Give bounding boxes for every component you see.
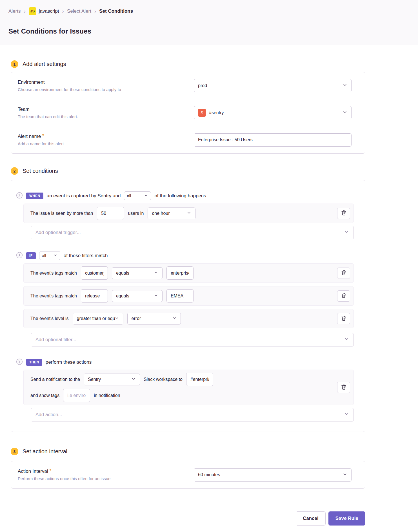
chevron-down-icon xyxy=(187,211,191,216)
tag-key-input[interactable] xyxy=(81,266,108,280)
chevron-down-icon xyxy=(144,193,148,198)
form-footer: Cancel Save Rule xyxy=(11,505,365,532)
operator-select[interactable]: equals xyxy=(112,290,163,302)
add-action-placeholder: Add action... xyxy=(35,412,62,418)
action-text: Send a notification to the xyxy=(30,377,80,382)
team-select-value: #sentry xyxy=(209,110,343,115)
delete-action-button[interactable] xyxy=(337,382,350,393)
alert-name-input[interactable] xyxy=(194,133,352,147)
user-count-input[interactable] xyxy=(97,207,124,220)
add-filter-dropdown[interactable]: Add optional filter... xyxy=(31,333,354,346)
add-trigger-dropdown[interactable]: Add optional trigger... xyxy=(31,226,354,239)
action-interval-card: Action Interval Perform these actions on… xyxy=(11,461,365,489)
chevron-down-icon xyxy=(154,293,158,299)
section-title: Set action interval xyxy=(23,448,67,455)
trash-icon xyxy=(341,270,346,276)
action-interval-description: Perform these actions once this often fo… xyxy=(18,476,110,481)
action-interval-select[interactable]: 60 minutes xyxy=(194,468,352,482)
filter-row: The event's tags match equals xyxy=(23,286,354,306)
environment-select-value: prod xyxy=(198,83,343,88)
tag-value-input[interactable] xyxy=(166,266,194,280)
page-title: Set Conditions for Issues xyxy=(8,27,410,35)
if-badge: IF xyxy=(26,252,36,259)
team-avatar: S xyxy=(198,109,206,117)
add-filter-placeholder: Add optional filter... xyxy=(35,337,76,343)
breadcrumb-alerts[interactable]: Alerts xyxy=(8,8,21,14)
show-tags-input[interactable] xyxy=(63,389,90,402)
breadcrumb-separator-icon: › xyxy=(94,8,96,14)
environment-description: Choose an environment for these conditio… xyxy=(18,87,121,92)
team-row: Team The team that can edit this alert. … xyxy=(11,99,365,126)
then-header: THEN perform these actions xyxy=(16,358,354,366)
collapse-chevron-icon[interactable] xyxy=(16,252,23,260)
breadcrumb-select-alert[interactable]: Select Alert xyxy=(67,8,91,14)
tag-key-input[interactable] xyxy=(81,289,108,303)
environment-select[interactable]: prod xyxy=(194,79,352,92)
if-header: IF all of these filters match xyxy=(16,251,354,260)
team-select[interactable]: S #sentry xyxy=(194,106,352,119)
collapse-chevron-icon[interactable] xyxy=(16,358,23,366)
team-description: The team that can edit this alert. xyxy=(18,114,78,119)
filter-label: The event's level is xyxy=(30,316,69,321)
chevron-down-icon xyxy=(343,83,347,89)
trash-icon xyxy=(341,385,346,390)
then-badge: THEN xyxy=(26,359,42,366)
rule-connector-line xyxy=(30,204,30,364)
required-indicator xyxy=(42,134,44,136)
delete-filter-button[interactable] xyxy=(337,313,350,324)
alert-name-label: Alert name xyxy=(18,134,64,139)
step-number-badge: 2 xyxy=(11,167,18,175)
when-text-before: an event is captured by Sentry and xyxy=(47,193,121,199)
when-condition-row: The issue is seen by more than users in … xyxy=(23,204,354,223)
chevron-down-icon xyxy=(115,316,119,321)
collapse-chevron-icon[interactable] xyxy=(16,192,23,200)
section-heading-alert-settings: 1 Add alert settings xyxy=(11,60,365,68)
level-operator-select[interactable]: greater than or equ xyxy=(73,313,123,325)
chevron-down-icon xyxy=(154,270,158,276)
if-match-select[interactable]: all xyxy=(39,251,60,260)
alert-name-row: Alert name Add a name for this alert xyxy=(11,126,365,153)
then-text-after: perform these actions xyxy=(46,359,92,365)
chevron-down-icon xyxy=(343,472,347,478)
tag-value-input[interactable] xyxy=(166,289,194,303)
required-indicator xyxy=(50,469,51,471)
delete-filter-button[interactable] xyxy=(337,290,350,302)
when-match-select[interactable]: all xyxy=(124,191,151,200)
filter-row: The event's tags match equals xyxy=(23,263,354,283)
alert-name-labels: Alert name Add a name for this alert xyxy=(18,134,64,146)
workspace-select[interactable]: Sentry xyxy=(84,374,140,385)
filter-label: The event's tags match xyxy=(30,293,77,299)
action-text: in notification xyxy=(94,393,120,398)
environment-labels: Environment Choose an environment for th… xyxy=(18,80,121,92)
filter-label: The event's tags match xyxy=(30,271,77,276)
breadcrumb-project[interactable]: JS javascript xyxy=(29,7,59,15)
team-label: Team xyxy=(18,107,78,112)
add-trigger-placeholder: Add optional trigger... xyxy=(35,230,81,235)
if-text-after: of these filters match xyxy=(64,253,108,259)
add-action-dropdown[interactable]: Add action... xyxy=(31,408,354,421)
chevron-down-icon xyxy=(131,377,136,382)
action-text: and show tags xyxy=(30,393,59,398)
filter-row: The event's level is greater than or equ… xyxy=(23,309,354,328)
section-heading-set-conditions: 2 Set conditions xyxy=(11,167,365,175)
level-value-select[interactable]: error xyxy=(127,313,181,325)
when-text-after: of the following happens xyxy=(154,193,206,199)
action-interval-value: 60 minutes xyxy=(198,472,343,477)
chevron-down-icon xyxy=(343,110,347,116)
slack-channel-input[interactable] xyxy=(186,373,213,386)
when-badge: WHEN xyxy=(26,193,43,199)
trash-icon xyxy=(341,210,346,216)
breadcrumb-current: Set Conditions xyxy=(99,8,133,14)
operator-select[interactable]: equals xyxy=(112,267,163,279)
interval-select[interactable]: one hour xyxy=(148,207,195,219)
page-header: Alerts › JS javascript › Select Alert › … xyxy=(0,0,418,45)
alert-settings-card: Environment Choose an environment for th… xyxy=(11,72,365,154)
javascript-platform-icon: JS xyxy=(29,7,36,15)
delete-condition-button[interactable] xyxy=(337,208,350,219)
action-interval-row: Action Interval Perform these actions on… xyxy=(11,461,365,488)
team-labels: Team The team that can edit this alert. xyxy=(18,107,78,119)
section-heading-action-interval: 3 Set action interval xyxy=(11,448,365,455)
cancel-button[interactable]: Cancel xyxy=(296,511,326,526)
save-rule-button[interactable]: Save Rule xyxy=(328,511,365,526)
delete-filter-button[interactable] xyxy=(337,268,350,279)
